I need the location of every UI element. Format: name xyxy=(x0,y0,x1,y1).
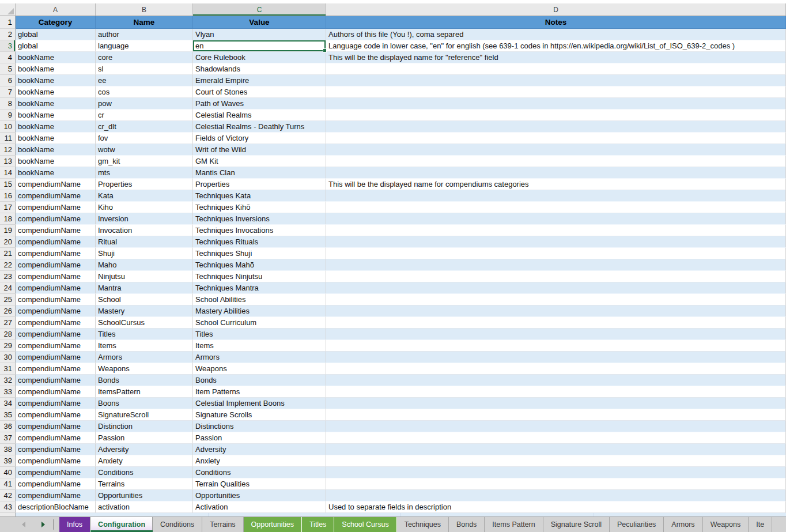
cell-notes[interactable] xyxy=(326,225,786,236)
cell-notes[interactable]: Used to separate fields in description xyxy=(326,501,786,513)
row-header[interactable]: 3 xyxy=(0,40,16,52)
prev-sheet-icon[interactable] xyxy=(22,522,25,527)
cell-value[interactable]: Celestial Implement Boons xyxy=(193,398,326,409)
cell-name[interactable]: SchoolCursus xyxy=(96,317,193,329)
cell-category[interactable]: compendiumName xyxy=(16,340,96,352)
sheet-tab-bonds[interactable]: Bonds xyxy=(449,517,485,532)
sheet-tab-signature-scroll[interactable]: Signature Scroll xyxy=(543,517,610,532)
cell-value[interactable]: Path of Waves xyxy=(193,98,326,110)
cell-value[interactable]: Properties xyxy=(193,179,326,190)
cell-category[interactable]: compendiumName xyxy=(16,317,96,329)
sheet-tab-titles[interactable]: Titles xyxy=(302,517,334,532)
cell-notes[interactable] xyxy=(326,144,786,156)
cell-value[interactable]: Vlyan xyxy=(193,29,326,40)
cell-notes[interactable] xyxy=(326,271,786,282)
cell-category[interactable]: compendiumName xyxy=(16,363,96,375)
cell-category[interactable]: compendiumName xyxy=(16,305,96,317)
header-notes[interactable]: Notes xyxy=(326,16,786,29)
cell-value[interactable]: Mantis Clan xyxy=(193,167,326,179)
cell-name[interactable]: cr_dlt xyxy=(96,121,193,133)
row-header[interactable]: 20 xyxy=(0,236,16,248)
cell-name[interactable]: fov xyxy=(96,133,193,144)
row-header[interactable]: 33 xyxy=(0,386,16,398)
cell-category[interactable]: compendiumName xyxy=(16,409,96,421)
cell-notes[interactable] xyxy=(326,386,786,398)
cell-value[interactable]: Techniques Mantra xyxy=(193,282,326,294)
cell-value[interactable]: Mastery Abilities xyxy=(193,305,326,317)
row-header[interactable]: 28 xyxy=(0,329,16,340)
cell-notes[interactable] xyxy=(326,432,786,444)
cell-notes[interactable] xyxy=(326,156,786,167)
cell-category[interactable]: compendiumName xyxy=(16,202,96,213)
cell-notes[interactable] xyxy=(326,421,786,432)
row-header[interactable]: 10 xyxy=(0,121,16,133)
sheet-tab-infos[interactable]: Infos xyxy=(59,517,90,532)
cell-name[interactable]: Opportunities xyxy=(96,490,193,501)
cell-name[interactable]: Inversion xyxy=(96,213,193,225)
row-header[interactable]: 8 xyxy=(0,98,16,110)
cell-name[interactable]: Maho xyxy=(96,259,193,271)
cell-notes[interactable] xyxy=(326,202,786,213)
cell-category[interactable]: compendiumName xyxy=(16,271,96,282)
cell-category[interactable]: compendiumName xyxy=(16,282,96,294)
cell-notes[interactable] xyxy=(326,259,786,271)
row-header[interactable]: 43 xyxy=(0,501,16,513)
cell-value[interactable]: Celestial Realms xyxy=(193,110,326,121)
cell-notes[interactable] xyxy=(326,317,786,329)
cell-notes[interactable] xyxy=(326,190,786,202)
cell-name[interactable]: Mastery xyxy=(96,305,193,317)
row-header[interactable]: 25 xyxy=(0,294,16,305)
cell-value[interactable]: Techniques Kihõ xyxy=(193,202,326,213)
cell-notes[interactable] xyxy=(326,86,786,98)
row-header[interactable]: 32 xyxy=(0,375,16,386)
cell-category[interactable]: compendiumName xyxy=(16,179,96,190)
cell-category[interactable]: descriptionBlocName xyxy=(16,501,96,513)
row-header[interactable]: 24 xyxy=(0,282,16,294)
cell-category[interactable]: compendiumName xyxy=(16,225,96,236)
cell-category[interactable]: compendiumName xyxy=(16,398,96,409)
sheet-tab-conditions[interactable]: Conditions xyxy=(153,517,202,532)
cell-name[interactable]: author xyxy=(96,29,193,40)
cell-value[interactable]: Court of Stones xyxy=(193,86,326,98)
cell-category[interactable]: bookName xyxy=(16,52,96,63)
cell-name[interactable]: Conditions xyxy=(96,467,193,478)
cell-value[interactable]: Activation xyxy=(193,501,326,513)
cell-value[interactable]: Techniques Shuji xyxy=(193,248,326,259)
cell-notes[interactable]: Authors of this file (You !), coma separ… xyxy=(326,29,786,40)
cell-name[interactable]: Terrains xyxy=(96,478,193,490)
next-sheet-icon[interactable] xyxy=(41,522,45,527)
row-header[interactable]: 5 xyxy=(0,63,16,75)
cell-notes[interactable] xyxy=(326,63,786,75)
cell-notes[interactable] xyxy=(326,467,786,478)
column-header-c[interactable]: C xyxy=(193,3,326,16)
row-header[interactable]: 41 xyxy=(0,478,16,490)
cell-notes[interactable] xyxy=(326,121,786,133)
cell-notes[interactable] xyxy=(326,133,786,144)
cell-category[interactable]: bookName xyxy=(16,86,96,98)
cell-category[interactable]: compendiumName xyxy=(16,236,96,248)
cell-category[interactable]: compendiumName xyxy=(16,329,96,340)
cell-value[interactable]: Celestial Realms - Deathly Turns xyxy=(193,121,326,133)
row-header[interactable]: 4 xyxy=(0,52,16,63)
cell-value[interactable]: Items xyxy=(193,340,326,352)
cell-category[interactable]: bookName xyxy=(16,156,96,167)
cell-name[interactable]: Bonds xyxy=(96,375,193,386)
cell-notes[interactable]: This will be the displayed name for "ref… xyxy=(326,52,786,63)
cell-value[interactable]: Techniques Invocations xyxy=(193,225,326,236)
cell-category[interactable]: compendiumName xyxy=(16,375,96,386)
cell-name[interactable]: language xyxy=(96,40,193,52)
cell-category[interactable]: compendiumName xyxy=(16,478,96,490)
row-header[interactable]: 30 xyxy=(0,352,16,363)
cell-category[interactable]: compendiumName xyxy=(16,386,96,398)
cell-category[interactable]: compendiumName xyxy=(16,467,96,478)
row-header[interactable]: 35 xyxy=(0,409,16,421)
row-header[interactable]: 2 xyxy=(0,29,16,40)
cell-name[interactable]: Shuji xyxy=(96,248,193,259)
cell-name[interactable]: pow xyxy=(96,98,193,110)
cell-value[interactable]: GM Kit xyxy=(193,156,326,167)
row-header[interactable]: 27 xyxy=(0,317,16,329)
cell-category[interactable]: bookName xyxy=(16,63,96,75)
cell-notes[interactable] xyxy=(326,305,786,317)
cell-value[interactable]: Titles xyxy=(193,329,326,340)
row-header[interactable]: 14 xyxy=(0,167,16,179)
